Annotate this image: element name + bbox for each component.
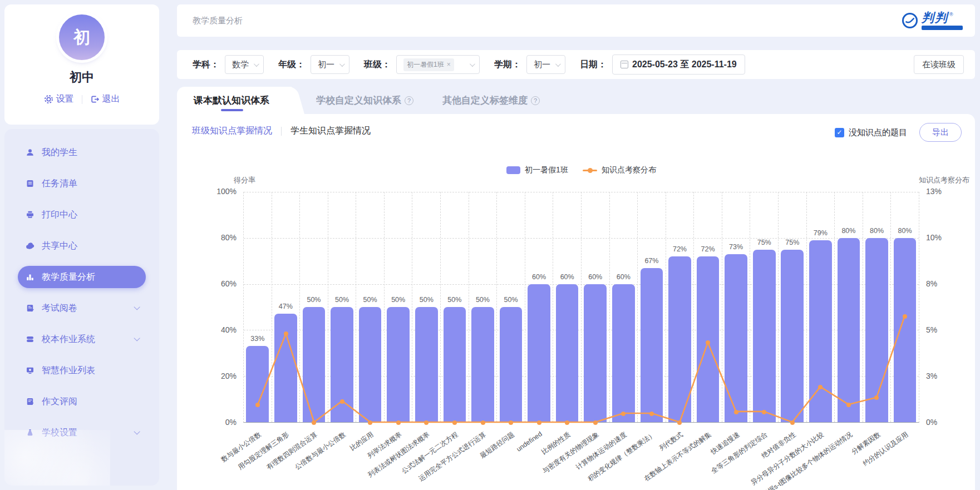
left-axis-tick: 80% [203, 233, 237, 242]
gear-icon [44, 95, 53, 104]
tab-school-custom-knowledge[interactable]: 学校自定义知识体系 ? [302, 87, 428, 114]
class-label: 班级： [364, 59, 391, 71]
chevron-down-icon [555, 61, 561, 67]
sidebar-item-label: 作文评阅 [42, 396, 77, 408]
sidebar-item-school-homework[interactable]: 校本作业系统 [18, 328, 146, 350]
tab-textbook-knowledge[interactable]: 课本默认知识体系 [177, 87, 292, 114]
left-axis-title: 得分率 [234, 175, 255, 185]
line-data-point [396, 420, 401, 425]
line-data-point [481, 420, 485, 425]
class-select[interactable]: 初一暑假1班 × [396, 55, 480, 74]
semester-select[interactable]: 初一 [526, 55, 565, 74]
date-range-value: 2025-05-23 至 2025-11-19 [632, 59, 737, 71]
semester-value: 初一 [534, 60, 550, 70]
grade-value: 初一 [318, 60, 334, 70]
grade-select[interactable]: 初一 [311, 55, 349, 74]
filter-bar: 学科： 数学 年级： 初一 班级： 初一暑假1班 × 学期 [177, 50, 975, 79]
sidebar-item-label: 打印中心 [42, 209, 77, 221]
line-data-point [368, 420, 372, 425]
line-data-point [565, 420, 569, 425]
books-icon [26, 335, 35, 344]
line-data-point [537, 420, 541, 425]
chevron-down-icon [134, 428, 140, 434]
settings-button[interactable]: 设置 [44, 93, 74, 105]
right-axis-tick: 13% [926, 187, 959, 196]
line-data-point [452, 420, 457, 425]
line-data-point [734, 410, 738, 414]
date-label: 日期： [580, 59, 607, 71]
sidebar-item-school-settings[interactable]: 学校设置 [18, 422, 146, 444]
right-axis-tick: 10% [926, 233, 959, 242]
right-axis-tick: 3% [926, 372, 959, 380]
user-icon [26, 148, 35, 157]
profile-name: 初中 [4, 69, 159, 86]
no-knowledge-point-checkbox[interactable]: ✓ 没知识点的题目 [835, 127, 907, 138]
left-axis-tick: 0% [203, 418, 237, 427]
export-button[interactable]: 导出 [919, 123, 962, 142]
avatar-text: 初 [73, 26, 90, 49]
sidebar-item-essay-review[interactable]: 作文评阅 [18, 390, 146, 413]
tab-label: 课本默认知识体系 [194, 94, 269, 107]
checkbox-label: 没知识点的题目 [849, 127, 907, 138]
sidebar-item-my-students[interactable]: 我的学生 [18, 141, 146, 164]
content-card: 班级知识点掌握情况 学生知识点掌握情况 ✓ 没知识点的题目 导出 初一暑假1班 … [177, 114, 975, 490]
logout-icon [90, 95, 100, 104]
subject-value: 数学 [232, 60, 249, 70]
line-data-point [593, 420, 598, 425]
date-range-picker[interactable]: 2025-05-23 至 2025-11-19 [612, 55, 745, 75]
sidebar: 初 初中 设置 退出 我的学生任务清单打印中心共享中心教学质量分析考试阅卷校本作… [4, 4, 159, 486]
checkbox-check-icon: ✓ [835, 128, 844, 137]
logo-tagline-strip [922, 26, 963, 30]
reading-class-button[interactable]: 在读班级 [914, 55, 964, 74]
line-data-point [649, 412, 654, 416]
sidebar-item-print-center[interactable]: 打印中心 [18, 204, 146, 226]
tag-close-icon[interactable]: × [447, 61, 451, 68]
right-axis-title: 知识点考察分布 [919, 175, 969, 185]
logo-swoosh-icon [902, 12, 918, 29]
line-data-point [790, 420, 795, 425]
sidebar-item-label: 教学质量分析 [42, 271, 95, 283]
line-data-point [903, 314, 907, 319]
chevron-down-icon [254, 61, 259, 67]
left-axis-tick: 60% [203, 279, 237, 288]
flask-icon [26, 428, 35, 437]
class-tag: 初一暑假1班 × [403, 58, 454, 71]
legend-item-line[interactable]: 知识点考察分布 [583, 165, 656, 175]
tab-other-custom-tags[interactable]: 其他自定义标签维度 ? [428, 87, 554, 114]
chart-icon [26, 273, 35, 281]
sidebar-item-exam-marking[interactable]: 考试阅卷 [18, 297, 146, 319]
tab-bar: 课本默认知识体系 学校自定义知识体系 ? 其他自定义标签维度 ? [177, 87, 975, 114]
line-swatch [583, 170, 597, 171]
legend-item-bar[interactable]: 初一暑假1班 [506, 165, 568, 175]
page-title: 教学质量分析 [193, 16, 243, 26]
printer-icon [26, 210, 35, 219]
logout-button[interactable]: 退出 [90, 93, 120, 105]
class-tag-text: 初一暑假1班 [407, 60, 444, 70]
subtab-class-mastery[interactable]: 班级知识点掌握情况 [192, 125, 272, 137]
sidebar-item-smart-homework[interactable]: 智慧作业列表 [18, 359, 146, 382]
line-data-point [424, 420, 429, 425]
right-axis-tick: 8% [926, 279, 959, 288]
help-icon[interactable]: ? [405, 96, 413, 105]
sidebar-item-task-list[interactable]: 任务清单 [18, 172, 146, 195]
sidebar-item-label: 任务清单 [42, 178, 77, 190]
bar-swatch [506, 166, 520, 174]
subject-select[interactable]: 数学 [225, 55, 264, 74]
right-axis-tick: 5% [926, 325, 959, 334]
line-data-point [677, 420, 682, 425]
chevron-down-icon [470, 61, 475, 67]
cloud-icon [26, 241, 35, 250]
sidebar-item-label: 校本作业系统 [42, 334, 95, 345]
sidebar-item-teaching-quality[interactable]: 教学质量分析 [18, 266, 146, 288]
tasks-icon [26, 179, 35, 188]
brand-logo: 判判 ® [902, 12, 963, 30]
subtab-student-mastery[interactable]: 学生知识点掌握情况 [290, 125, 371, 137]
sidebar-item-label: 学校设置 [42, 427, 77, 439]
sidebar-item-label: 智慧作业列表 [42, 365, 95, 377]
left-axis-tick: 20% [203, 372, 237, 380]
divider [82, 95, 82, 104]
right-axis-tick: 0% [926, 418, 959, 427]
sidebar-item-share-center[interactable]: 共享中心 [18, 235, 146, 257]
help-icon[interactable]: ? [531, 96, 540, 105]
chevron-down-icon [339, 61, 345, 67]
